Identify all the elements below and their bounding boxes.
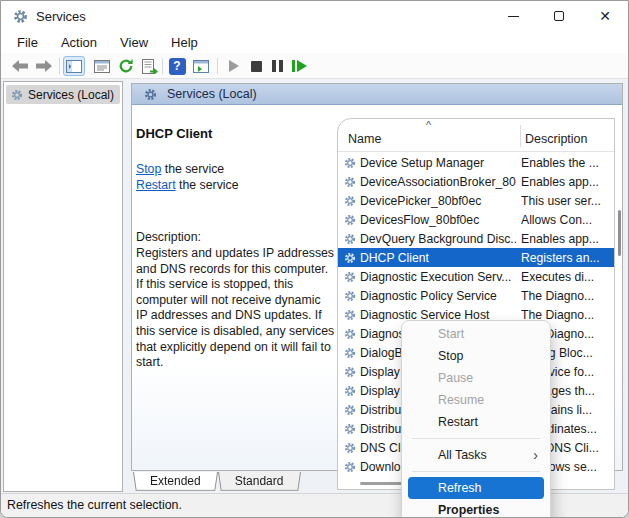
minimize-button[interactable]	[490, 1, 536, 31]
maximize-button[interactable]	[536, 1, 582, 31]
service-gear-icon	[344, 442, 356, 454]
pause-service-button[interactable]	[268, 56, 286, 76]
service-row[interactable]: Diagnostic Policy Service The Diagno...	[338, 286, 614, 305]
back-button[interactable]	[9, 56, 31, 76]
service-gear-icon	[344, 290, 356, 302]
column-header-description[interactable]: Description	[525, 132, 588, 146]
export-list-button[interactable]	[139, 56, 161, 76]
status-text: Refreshes the current selection.	[7, 498, 182, 512]
service-row[interactable]: DevicePicker_80bf0ec This user ser...	[338, 191, 614, 210]
service-name: Diagnostic Execution Serv...	[360, 270, 516, 284]
service-description-cell: Enables app...	[521, 232, 614, 246]
service-row[interactable]: DevQuery Background Disc... Enables app.…	[338, 229, 614, 248]
service-gear-icon	[344, 309, 356, 321]
view-tabs: Extended Standard	[133, 472, 300, 492]
service-row[interactable]: DHCP Client Registers an...	[338, 248, 614, 267]
toolbar-separator	[217, 58, 218, 74]
pause-icon	[272, 60, 283, 72]
properties-button[interactable]	[91, 56, 113, 76]
stop-link-suffix: the service	[161, 162, 224, 176]
play-icon	[229, 60, 239, 72]
service-gear-icon	[344, 176, 356, 188]
forward-arrow-icon	[35, 59, 53, 73]
refresh-button[interactable]	[115, 56, 137, 76]
service-description-cell: Enables the ...	[521, 156, 614, 170]
stop-service-button[interactable]	[247, 56, 265, 76]
menu-action[interactable]: Action	[55, 33, 103, 52]
restart-service-button[interactable]	[289, 56, 309, 76]
service-name: Diagnostic Policy Service	[360, 289, 516, 303]
help-question-icon: ?	[169, 58, 186, 75]
menu-item-all-tasks[interactable]: All Tasks›	[402, 444, 550, 466]
service-gear-icon	[344, 271, 356, 283]
menu-view[interactable]: View	[114, 33, 154, 52]
tab-standard[interactable]: Standard	[218, 472, 301, 492]
service-description: Registers and updates IP addresses and D…	[136, 246, 335, 371]
service-action-links: Stop the service Restart the service	[136, 161, 239, 193]
start-service-button[interactable]	[225, 56, 243, 76]
menu-item-pause: Pause	[402, 367, 550, 389]
console-tree-panel: Services (Local)	[3, 81, 123, 492]
menu-separator	[412, 471, 540, 472]
service-row[interactable]: Diagnostic Execution Serv... Executes di…	[338, 267, 614, 286]
workspace: Services (Local) Services (Local) DHCP C…	[1, 79, 628, 493]
minimize-icon	[508, 16, 519, 17]
submenu-arrow-icon: ›	[533, 444, 538, 466]
help-button[interactable]: ?	[167, 56, 187, 76]
forward-button[interactable]	[33, 56, 55, 76]
service-gear-icon	[344, 195, 356, 207]
service-gear-icon	[344, 423, 356, 435]
column-header-name[interactable]: Name	[348, 132, 381, 146]
menu-item-restart[interactable]: Restart	[402, 411, 550, 433]
title-bar: Services ✕	[1, 1, 628, 31]
show-action-pane-button[interactable]	[190, 56, 212, 76]
list-header: ^ Name Description	[338, 119, 614, 152]
maximize-icon	[554, 11, 564, 21]
services-gear-icon	[144, 88, 157, 101]
service-gear-icon	[344, 252, 356, 264]
vertical-scrollbar-thumb[interactable]	[618, 210, 621, 256]
service-gear-icon	[344, 366, 356, 378]
service-description-cell: Registers an...	[521, 251, 614, 265]
tree-item-services-local[interactable]: Services (Local)	[6, 85, 120, 104]
stop-icon	[251, 61, 262, 72]
menu-item-properties[interactable]: Properties	[402, 499, 550, 518]
menu-bar: File Action View Help	[1, 31, 628, 53]
toolbar: ?	[1, 53, 628, 79]
service-gear-icon	[344, 328, 356, 340]
console-tree-icon	[66, 60, 82, 73]
description-label: Description:	[136, 230, 201, 244]
tab-extended[interactable]: Extended	[133, 472, 218, 492]
properties-window-icon	[94, 60, 110, 73]
export-list-icon	[142, 59, 158, 74]
services-gear-icon	[11, 89, 23, 101]
service-gear-icon	[344, 461, 356, 473]
service-name: DHCP Client	[360, 251, 516, 265]
service-description-cell: Executes di...	[521, 270, 614, 284]
service-gear-icon	[344, 347, 356, 359]
menu-file[interactable]: File	[11, 33, 44, 52]
service-gear-icon	[344, 233, 356, 245]
restart-service-link[interactable]: Restart	[136, 178, 176, 192]
service-name: DevicesFlow_80bf0ec	[360, 213, 516, 227]
menu-separator	[412, 438, 540, 439]
service-row[interactable]: Device Setup Manager Enables the ...	[338, 153, 614, 172]
column-divider[interactable]	[520, 125, 521, 147]
sort-ascending-icon: ^	[426, 119, 431, 131]
toolbar-separator	[59, 58, 60, 74]
stop-service-link[interactable]: Stop	[136, 162, 161, 176]
show-console-tree-button[interactable]	[63, 56, 85, 76]
selected-service-title: DHCP Client	[136, 126, 212, 141]
service-gear-icon	[344, 385, 356, 397]
service-description-cell: This user ser...	[521, 194, 614, 208]
service-row[interactable]: DeviceAssociationBroker_80... Enables ap…	[338, 172, 614, 191]
restart-icon	[292, 60, 307, 72]
menu-item-refresh[interactable]: Refresh	[408, 477, 544, 499]
refresh-icon	[118, 58, 134, 74]
service-row[interactable]: DevicesFlow_80bf0ec Allows Con...	[338, 210, 614, 229]
menu-item-stop[interactable]: Stop	[402, 345, 550, 367]
service-gear-icon	[344, 404, 356, 416]
menu-help[interactable]: Help	[165, 33, 204, 52]
close-button[interactable]: ✕	[582, 1, 628, 31]
details-pane-header: Services (Local)	[132, 84, 622, 105]
